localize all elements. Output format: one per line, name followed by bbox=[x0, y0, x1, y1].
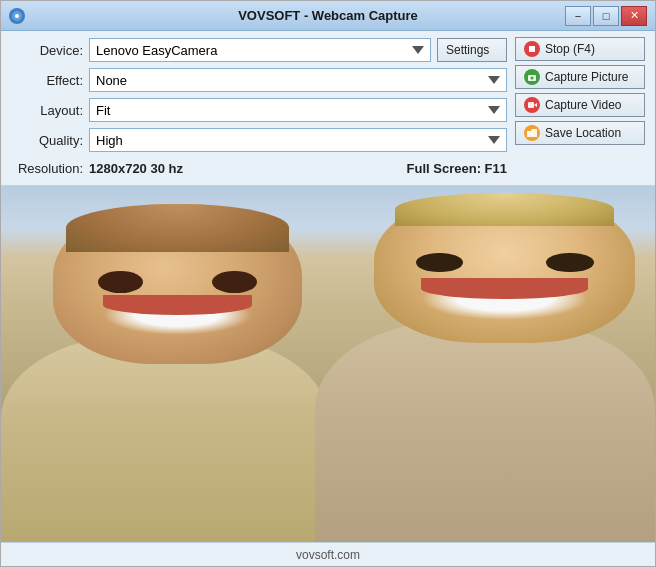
capture-picture-button[interactable]: Capture Picture bbox=[515, 65, 645, 89]
stop-button[interactable]: Stop (F4) bbox=[515, 37, 645, 61]
save-location-button[interactable]: Save Location bbox=[515, 121, 645, 145]
mouth-right bbox=[421, 278, 588, 320]
layout-select[interactable]: Fit bbox=[89, 98, 507, 122]
child-left-body bbox=[1, 336, 328, 542]
device-row: Device: Lenovo EasyCamera Settings bbox=[11, 37, 507, 63]
window-title: VOVSOFT - Webcam Capture bbox=[238, 8, 418, 23]
buttons-section: Stop (F4) Capture Picture bbox=[515, 37, 645, 179]
child-right-face bbox=[374, 193, 636, 343]
quality-row: Quality: High Medium Low bbox=[11, 127, 507, 153]
quality-select[interactable]: High Medium Low bbox=[89, 128, 507, 152]
hair-right bbox=[395, 193, 615, 226]
close-button[interactable]: ✕ bbox=[621, 6, 647, 26]
hair-left bbox=[66, 204, 290, 252]
status-bar: vovsoft.com bbox=[1, 542, 655, 566]
svg-marker-6 bbox=[534, 103, 537, 107]
capture-video-label: Capture Video bbox=[545, 98, 622, 112]
eye-left-l bbox=[98, 271, 143, 293]
eye-left-r bbox=[212, 271, 257, 293]
resolution-value: 1280x720 30 hz bbox=[89, 161, 183, 176]
settings-button[interactable]: Settings bbox=[437, 38, 507, 62]
save-location-label: Save Location bbox=[545, 126, 621, 140]
maximize-button[interactable]: □ bbox=[593, 6, 619, 26]
device-select[interactable]: Lenovo EasyCamera bbox=[89, 38, 431, 62]
quality-label: Quality: bbox=[11, 133, 83, 148]
minimize-button[interactable]: − bbox=[565, 6, 591, 26]
layout-row: Layout: Fit bbox=[11, 97, 507, 123]
device-label: Device: bbox=[11, 43, 83, 58]
video-area bbox=[1, 186, 655, 542]
status-text: vovsoft.com bbox=[296, 548, 360, 562]
svg-point-1 bbox=[15, 14, 19, 18]
eye-right-l bbox=[416, 253, 463, 272]
child-right-body bbox=[315, 321, 655, 542]
capture-video-button[interactable]: Capture Video bbox=[515, 93, 645, 117]
effect-select[interactable]: None bbox=[89, 68, 507, 92]
stop-icon bbox=[524, 41, 540, 57]
svg-rect-2 bbox=[529, 46, 535, 52]
svg-rect-5 bbox=[528, 102, 534, 108]
effect-label: Effect: bbox=[11, 73, 83, 88]
effect-row: Effect: None bbox=[11, 67, 507, 93]
fullscreen-text: Full Screen: F11 bbox=[407, 161, 507, 176]
child-left-face bbox=[53, 204, 302, 364]
capture-video-icon bbox=[524, 97, 540, 113]
capture-picture-icon bbox=[524, 69, 540, 85]
app-icon bbox=[9, 8, 25, 24]
title-bar: VOVSOFT - Webcam Capture − □ ✕ bbox=[1, 1, 655, 31]
main-window: VOVSOFT - Webcam Capture − □ ✕ Device: L… bbox=[0, 0, 656, 567]
layout-label: Layout: bbox=[11, 103, 83, 118]
resolution-label: Resolution: bbox=[11, 161, 83, 176]
window-controls: − □ ✕ bbox=[565, 6, 647, 26]
mouth-left bbox=[103, 295, 252, 335]
controls-panel: Device: Lenovo EasyCamera Settings Effec… bbox=[1, 31, 655, 186]
capture-picture-label: Capture Picture bbox=[545, 70, 628, 84]
resolution-row: Resolution: 1280x720 30 hz Full Screen: … bbox=[11, 157, 507, 179]
photo-scene bbox=[1, 186, 655, 542]
save-location-icon bbox=[524, 125, 540, 141]
form-section: Device: Lenovo EasyCamera Settings Effec… bbox=[11, 37, 507, 179]
stop-label: Stop (F4) bbox=[545, 42, 595, 56]
eye-right-r bbox=[546, 253, 593, 272]
svg-point-4 bbox=[531, 77, 534, 80]
